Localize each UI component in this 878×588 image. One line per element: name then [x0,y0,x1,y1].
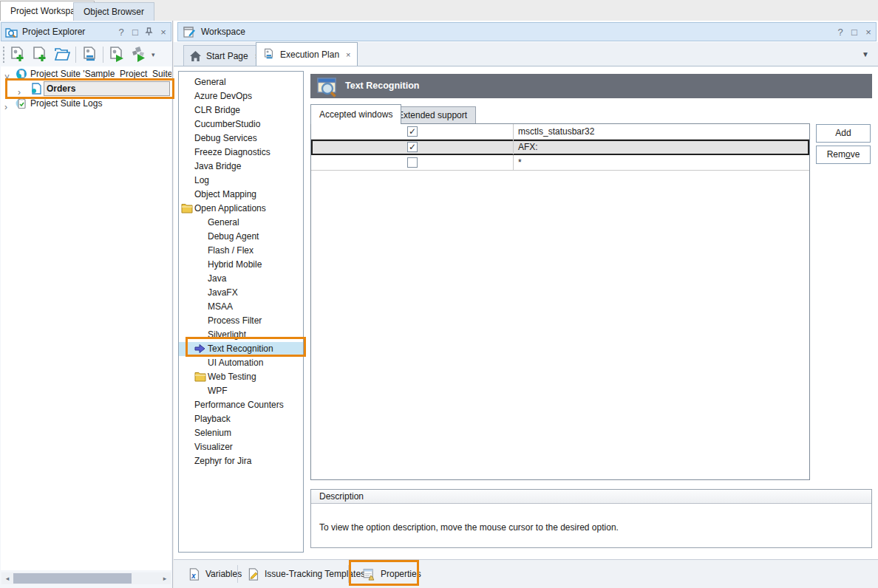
settings-item-azure-devops[interactable]: Azure DevOps [179,89,303,103]
tree-item-orders[interactable]: › Orders [1,81,171,96]
options-group-tree: General Azure DevOps CLR Bridge Cucumber… [178,71,304,553]
run-dropdown-icon[interactable]: ▾ [152,51,155,58]
workspace-panel: Workspace ? □ × Start Page × Execution P… [174,21,878,588]
project-explorer-icon [5,26,18,38]
settings-item-object-mapping[interactable]: Object Mapping [179,188,303,202]
description-panel: Description To view the option descripti… [310,489,872,548]
settings-item-log[interactable]: Log [179,174,303,188]
properties-icon [362,568,375,581]
grid-row-selected[interactable]: ✓ AFX: [311,140,809,155]
organize-items-icon[interactable] [78,44,101,65]
logs-icon [16,98,27,109]
variables-icon: x [188,568,200,581]
run-project-suite-icon[interactable] [128,44,150,65]
open-file-icon[interactable] [51,44,73,65]
horizontal-scrollbar[interactable]: ◂ ▸ [1,572,171,584]
help-icon[interactable]: ? [117,27,126,38]
help-icon[interactable]: ? [836,27,845,38]
tab-start-page[interactable]: Start Page × [183,45,266,66]
close-tab-icon[interactable]: × [346,50,350,59]
settings-item-debug-services[interactable]: Debug Services [179,131,303,146]
tab-extended-support[interactable]: Extended support [389,106,476,124]
maximize-icon[interactable]: □ [850,27,859,38]
settings-item-clr-bridge[interactable]: CLR Bridge [179,103,303,117]
settings-item-text-recognition[interactable]: Text Recognition [179,342,303,356]
document-tab-strip: Start Page × Execution Plan × ▼ [174,42,878,66]
tree-item-project-suite-logs[interactable]: › Project Suite Logs [1,96,171,111]
remove-button[interactable]: Remove [816,146,871,164]
settings-item-javafx[interactable]: JavaFX [179,286,303,300]
settings-item-debug-agent[interactable]: Debug Agent [179,230,303,244]
tab-execution-plan[interactable]: Execution Plan × [256,42,358,66]
scroll-left-icon[interactable]: ◂ [3,574,12,583]
settings-item-flash-flex[interactable]: Flash / Flex [179,244,303,258]
settings-item-selenium[interactable]: Selenium [179,426,303,440]
settings-item-general[interactable]: General [179,75,303,89]
execution-plan-content: General Azure DevOps CLR Bridge Cucumber… [174,66,878,588]
tab-issue-tracking-templates[interactable]: Issue-Tracking Templates [239,564,373,584]
selected-arrow-icon [194,343,205,354]
tab-properties[interactable]: Properties [354,564,429,584]
settings-item-silverlight[interactable]: Silverlight [179,328,303,342]
close-icon[interactable]: × [864,27,873,38]
settings-item-msaa[interactable]: MSAA [179,300,303,314]
chevron-right-icon[interactable]: › [4,100,7,111]
settings-item-performance-counters[interactable]: Performance Counters [179,398,303,412]
add-project-icon[interactable] [7,44,29,65]
settings-item-playback[interactable]: Playback [179,412,303,426]
options-page-header: Text Recognition [310,74,872,98]
settings-item-open-apps-general[interactable]: General [179,216,303,230]
accepted-windows-grid[interactable]: ✓ msctls_statusbar32 ✓ AFX: * [310,123,810,480]
description-text: To view the option description, move the… [311,504,871,533]
window-class-value: msctls_statusbar32 [518,124,594,140]
maximize-icon[interactable]: □ [131,27,140,38]
settings-item-ui-automation[interactable]: UI Automation [179,356,303,370]
home-icon [190,51,201,61]
project-icon [30,83,42,95]
chevron-down-icon[interactable]: ˅ [4,70,10,81]
tree-item-project-suite[interactable]: ˅ Project Suite 'Sample_Project_Suite' (… [1,66,171,81]
row-checkbox[interactable]: ✓ [407,126,418,137]
pin-icon[interactable] [145,27,154,36]
folder-icon [181,203,193,213]
description-header: Description [311,490,871,504]
settings-item-hybrid-mobile[interactable]: Hybrid Mobile [179,258,303,272]
settings-item-zephyr-for-jira[interactable]: Zephyr for Jira [179,454,303,468]
scroll-right-icon[interactable]: ▸ [160,574,169,583]
settings-item-freeze-diagnostics[interactable]: Freeze Diagnostics [179,146,303,160]
row-checkbox[interactable]: ✓ [407,142,418,152]
options-page-title: Text Recognition [345,74,419,98]
tree-item-label: Project Suite Logs [30,96,102,111]
settings-item-wpf[interactable]: WPF [179,384,303,398]
row-checkbox[interactable] [407,157,418,168]
grid-row[interactable]: * [311,155,809,171]
project-explorer-tree: ˅ Project Suite 'Sample_Project_Suite' (… [1,66,171,570]
add-button[interactable]: Add [816,124,871,143]
tab-object-browser[interactable]: Object Browser [73,2,154,21]
grid-row[interactable]: ✓ msctls_statusbar32 [311,124,809,140]
workspace-title: Workspace [201,23,245,41]
close-icon[interactable]: × [159,27,168,38]
settings-item-cucumberstudio[interactable]: CucumberStudio [179,117,303,131]
project-explorer-toolbar: ▾ [0,43,172,66]
chevron-right-icon[interactable]: › [18,85,21,96]
settings-item-process-filter[interactable]: Process Filter [179,314,303,328]
scrollbar-thumb[interactable] [13,573,132,584]
settings-item-web-testing[interactable]: Web Testing [179,370,303,384]
text-recognition-icon [316,75,338,98]
issue-tracking-icon [247,568,259,581]
tab-list-dropdown-icon[interactable]: ▼ [862,50,869,58]
project-explorer-panel: Project Explorer ? □ × ▾ [0,21,173,588]
run-item-icon[interactable] [106,44,128,65]
settings-item-open-applications[interactable]: Open Applications [179,202,303,216]
execution-plan-icon [262,48,275,61]
toolbar-separator [75,47,76,63]
workspace-icon [183,26,196,38]
tab-accepted-windows[interactable]: Accepted windows [310,104,401,124]
settings-item-java[interactable]: Java [179,272,303,286]
settings-item-visualizer[interactable]: Visualizer [179,440,303,454]
add-new-item-icon[interactable] [29,44,51,65]
settings-item-java-bridge[interactable]: Java Bridge [179,160,303,174]
toolbar-grip-handle[interactable] [1,47,5,63]
window-class-value: * [518,155,522,171]
